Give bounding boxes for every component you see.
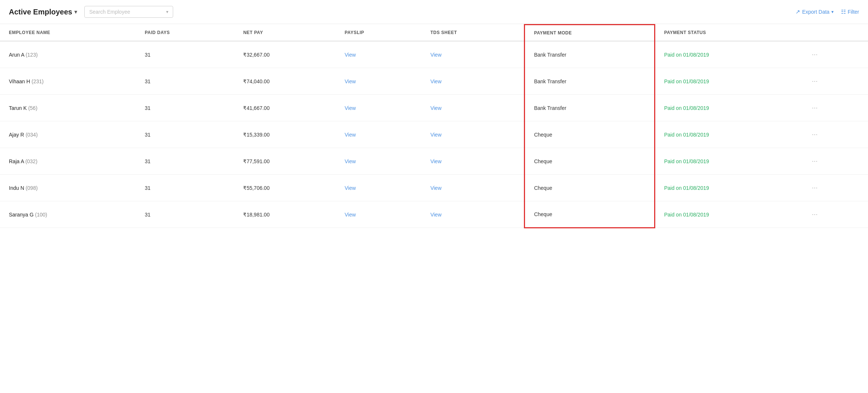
table-row: Raja A (032)31₹77,591.00ViewViewChequePa… [0, 148, 868, 175]
more-options-button[interactable]: ⋯ [809, 209, 821, 219]
payment-status-cell: Paid on 01/08/2019 [655, 68, 800, 95]
paid-days-cell: 31 [136, 95, 234, 121]
search-employee-dropdown[interactable]: Search Employee ▾ [84, 6, 173, 18]
payslip-cell[interactable]: View [336, 148, 421, 175]
net-pay-cell: ₹15,339.00 [234, 121, 336, 148]
tds-view-link[interactable]: View [430, 158, 441, 164]
employee-id: (034) [26, 132, 38, 138]
net-pay-cell: ₹74,040.00 [234, 68, 336, 95]
payslip-view-link[interactable]: View [344, 52, 356, 58]
more-options-button[interactable]: ⋯ [809, 103, 821, 113]
tds-view-link[interactable]: View [430, 185, 441, 191]
top-bar-actions: ↗ Export Data ▾ ☷ Filter [795, 9, 859, 15]
net-pay-cell: ₹55,706.00 [234, 175, 336, 201]
payslip-cell[interactable]: View [336, 121, 421, 148]
actions-cell[interactable]: ⋯ [800, 175, 868, 201]
employee-name-text: Raja A [9, 158, 24, 164]
payment-mode-cell: Bank Transfer [525, 95, 655, 121]
payslip-cell[interactable]: View [336, 68, 421, 95]
employee-name-text: Saranya G [9, 212, 34, 218]
paid-days-cell: 31 [136, 68, 234, 95]
employee-id: (100) [35, 212, 47, 218]
filter-icon: ☷ [841, 9, 846, 15]
actions-cell[interactable]: ⋯ [800, 201, 868, 228]
filter-button[interactable]: ☷ Filter [841, 9, 859, 15]
employee-name-text: Vihaan H [9, 78, 30, 84]
actions-cell[interactable]: ⋯ [800, 68, 868, 95]
tds-sheet-cell[interactable]: View [421, 121, 525, 148]
employee-id: (098) [26, 185, 38, 191]
export-chevron-icon: ▾ [831, 9, 834, 14]
tds-view-link[interactable]: View [430, 105, 441, 111]
more-options-button[interactable]: ⋯ [809, 183, 821, 193]
table-header-row: EMPLOYEE NAME PAID DAYS NET PAY PAYSLIP … [0, 25, 868, 41]
tds-sheet-cell[interactable]: View [421, 41, 525, 68]
table-row: Saranya G (100)31₹18,981.00ViewViewChequ… [0, 201, 868, 228]
paid-days-cell: 31 [136, 41, 234, 68]
tds-sheet-cell[interactable]: View [421, 148, 525, 175]
net-pay-cell: ₹77,591.00 [234, 148, 336, 175]
page-title: Active Employees [9, 8, 72, 16]
net-pay-cell: ₹32,667.00 [234, 41, 336, 68]
payslip-view-link[interactable]: View [344, 158, 356, 164]
more-options-button[interactable]: ⋯ [809, 156, 821, 166]
payslip-view-link[interactable]: View [344, 105, 356, 111]
col-payment-mode: PAYMENT MODE [525, 25, 655, 41]
employee-name-text: Arun A [9, 52, 24, 58]
paid-days-cell: 31 [136, 121, 234, 148]
employee-name-cell: Saranya G (100) [0, 201, 136, 228]
active-employees-dropdown[interactable]: Active Employees ▾ [9, 8, 77, 16]
actions-cell[interactable]: ⋯ [800, 95, 868, 121]
col-net-pay: NET PAY [234, 25, 336, 41]
payslip-view-link[interactable]: View [344, 185, 356, 191]
payment-status-cell: Paid on 01/08/2019 [655, 201, 800, 228]
col-paid-days: PAID DAYS [136, 25, 234, 41]
more-options-button[interactable]: ⋯ [809, 130, 821, 140]
actions-cell[interactable]: ⋯ [800, 148, 868, 175]
payslip-cell[interactable]: View [336, 201, 421, 228]
tds-sheet-cell[interactable]: View [421, 175, 525, 201]
employee-name-text: Indu N [9, 185, 24, 191]
payment-mode-cell: Cheque [525, 201, 655, 228]
col-tds-sheet: TDS SHEET [421, 25, 525, 41]
search-chevron-icon: ▾ [166, 9, 168, 14]
employee-name-text: Tarun K [9, 105, 27, 111]
export-data-button[interactable]: ↗ Export Data ▾ [795, 9, 834, 15]
tds-view-link[interactable]: View [430, 52, 441, 58]
tds-view-link[interactable]: View [430, 132, 441, 138]
employee-name-cell: Arun A (123) [0, 41, 136, 68]
tds-sheet-cell[interactable]: View [421, 95, 525, 121]
tds-sheet-cell[interactable]: View [421, 68, 525, 95]
tds-view-link[interactable]: View [430, 78, 441, 84]
more-options-button[interactable]: ⋯ [809, 50, 821, 60]
search-placeholder: Search Employee [89, 9, 130, 15]
payment-mode-cell: Bank Transfer [525, 41, 655, 68]
net-pay-cell: ₹41,667.00 [234, 95, 336, 121]
payslip-view-link[interactable]: View [344, 212, 356, 218]
payment-status-cell: Paid on 01/08/2019 [655, 121, 800, 148]
paid-days-cell: 31 [136, 148, 234, 175]
payslip-view-link[interactable]: View [344, 132, 356, 138]
employee-id: (123) [26, 52, 38, 58]
payslip-cell[interactable]: View [336, 175, 421, 201]
more-options-button[interactable]: ⋯ [809, 76, 821, 86]
employee-id: (56) [28, 105, 37, 111]
actions-cell[interactable]: ⋯ [800, 121, 868, 148]
paid-days-cell: 31 [136, 201, 234, 228]
payslip-view-link[interactable]: View [344, 78, 356, 84]
payment-mode-cell: Cheque [525, 148, 655, 175]
table-row: Vihaan H (231)31₹74,040.00ViewViewBank T… [0, 68, 868, 95]
col-payment-status: PAYMENT STATUS [655, 25, 800, 41]
tds-view-link[interactable]: View [430, 212, 441, 218]
payment-status-cell: Paid on 01/08/2019 [655, 175, 800, 201]
payslip-cell[interactable]: View [336, 95, 421, 121]
payment-mode-cell: Bank Transfer [525, 68, 655, 95]
export-icon: ↗ [795, 9, 800, 15]
top-bar: Active Employees ▾ Search Employee ▾ ↗ E… [0, 0, 868, 24]
employee-name-cell: Raja A (032) [0, 148, 136, 175]
employee-id: (032) [25, 158, 37, 164]
tds-sheet-cell[interactable]: View [421, 201, 525, 228]
actions-cell[interactable]: ⋯ [800, 41, 868, 68]
employee-table: EMPLOYEE NAME PAID DAYS NET PAY PAYSLIP … [0, 24, 868, 228]
payslip-cell[interactable]: View [336, 41, 421, 68]
